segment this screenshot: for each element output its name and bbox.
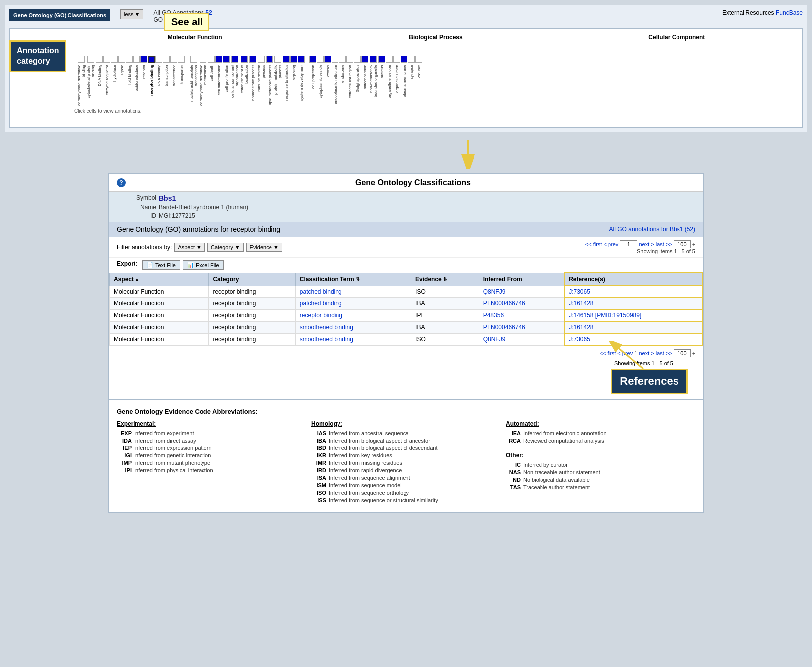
chart-col-synapse[interactable]: synapse	[408, 56, 415, 107]
nav-last[interactable]: last >>	[656, 241, 672, 247]
chart-col-homeostatic[interactable]: homeostatic process	[249, 56, 256, 107]
pmid-link[interactable]: [PMID:19150989]	[595, 312, 641, 319]
term-link[interactable]: smoothened binding	[300, 324, 353, 331]
chart-col-transcription[interactable]: transcription	[163, 56, 170, 107]
chart-col-dna[interactable]: DNA binding	[96, 56, 103, 107]
chart-col-establishment[interactable]: establishment of localization	[240, 56, 249, 107]
chart-col-cell-diff[interactable]: cell differentiation	[215, 56, 222, 107]
term-link[interactable]: patched binding	[300, 300, 342, 307]
chart-col-rna[interactable]: RNA binding	[155, 56, 162, 107]
chart-col-receptor-binding[interactable]: receptor binding	[148, 56, 155, 107]
th-classification-term[interactable]: Classification Term ⇅	[295, 273, 411, 286]
chart-col-oxidoreductase[interactable]: oxidoreductase	[133, 56, 140, 107]
automated-title: Automated:	[506, 420, 695, 427]
cell-references: J:146158 [PMID:19150989]	[564, 309, 702, 321]
chart-col-cell-proj[interactable]: cell projection	[309, 56, 316, 107]
id-label: ID	[117, 212, 156, 219]
chart-col-golgi[interactable]: Golgi apparatus	[354, 56, 361, 107]
chart-col-system-dev[interactable]: system development	[298, 56, 305, 107]
cell-term: receptor binding	[295, 309, 411, 321]
category-filter-btn[interactable]: Category ▼	[207, 243, 244, 252]
chart-col-cell-death[interactable]: cell death	[208, 56, 215, 107]
bottom-page-size[interactable]	[674, 349, 691, 357]
cell-aspect: Molecular Function	[110, 309, 209, 321]
chart-col-nucleus[interactable]: nucleus	[378, 56, 385, 107]
chart-col-receptor[interactable]: receptor	[140, 56, 147, 107]
cell-category: receptor binding	[209, 297, 295, 309]
chart-col-extracellular[interactable]: extracellular region	[346, 56, 353, 107]
chart-col-non-membrane[interactable]: non-membrane-bounded organelle	[369, 56, 378, 107]
th-aspect[interactable]: Aspect ▲	[110, 273, 209, 286]
filter-right: << first < prev next > last >> ÷ Showing…	[585, 240, 695, 254]
chart-col-er[interactable]: endoplasmic reticulum	[332, 56, 338, 107]
ref-link[interactable]: J:73065	[569, 336, 590, 343]
inferred-link[interactable]: P48356	[483, 312, 504, 319]
evidence-filter-btn[interactable]: Evidence ▼	[246, 243, 282, 252]
funcbase-link[interactable]: FuncBase	[776, 9, 803, 16]
chart-col-lipid-metab[interactable]: lipid metabolic process	[266, 56, 273, 107]
abbrev-cols: Experimental: EXP Inferred from experime…	[117, 420, 695, 505]
nav-first[interactable]: << first	[585, 241, 602, 247]
inferred-link[interactable]: Q8NFJ9	[483, 336, 506, 343]
export-text-btn[interactable]: 📄 Text File	[142, 260, 180, 270]
chart-col-protein-metab[interactable]: protein metabolic process	[273, 56, 282, 107]
ref-link[interactable]: J:146158	[569, 312, 593, 319]
bottom-nav-last[interactable]: last >>	[656, 350, 672, 356]
term-link[interactable]: receptor binding	[300, 312, 342, 319]
th-inferred-from[interactable]: Inferred From	[479, 273, 564, 286]
filter-bar: Filter annotations by: Aspect ▼ Category…	[109, 237, 703, 258]
chart-col-cyto-vesicle[interactable]: cytoplasmic vesicle	[317, 56, 324, 107]
chart-col-endosome[interactable]: endosome	[339, 56, 346, 107]
less-button[interactable]: less ▼	[120, 9, 143, 19]
ref-link[interactable]: J:73065	[569, 288, 590, 295]
term-link[interactable]: patched binding	[300, 288, 342, 295]
ref-link[interactable]: J:161428	[569, 300, 593, 307]
table-row: Molecular Function receptor binding patc…	[110, 297, 703, 309]
inferred-link[interactable]: Q8NFJ9	[483, 288, 506, 295]
chart-col-response[interactable]: response to stimulus	[283, 56, 290, 107]
chart-col-organelle-lumen[interactable]: organelle lumen	[393, 56, 400, 107]
term-link[interactable]: smoothened binding	[300, 336, 353, 343]
page-input[interactable]	[620, 240, 637, 248]
cell-term: patched binding	[295, 286, 411, 297]
cell-term: patched binding	[295, 297, 411, 309]
chart-col-hydrolase[interactable]: hydrolase	[111, 56, 118, 107]
nav-prev[interactable]: < prev	[603, 241, 618, 247]
chart-col-cytoskeletal[interactable]: cytoskeletal protein binding	[86, 56, 95, 107]
chart-col-signaling[interactable]: signaling	[290, 56, 297, 107]
mol-func-label: Molecular Function	[74, 34, 315, 41]
chart-col-mito[interactable]: mitochondrion	[361, 56, 368, 107]
cell-references: J:73065	[564, 286, 702, 297]
chart-col-immune[interactable]: immune system process	[257, 56, 266, 107]
aspect-filter-btn[interactable]: Aspect ▼	[174, 243, 205, 252]
chart-col-ligase[interactable]: ligase	[118, 56, 125, 107]
all-go-link[interactable]: All GO annotations for Bbs1 (52)	[609, 226, 695, 233]
chart-col-cell-prolif[interactable]: cell proliferation	[223, 56, 230, 107]
chart-col-enzyme[interactable]: enzyme regulator	[103, 56, 110, 107]
page-size-input[interactable]	[674, 240, 691, 248]
inferred-link[interactable]: PTN000466746	[483, 324, 525, 331]
chart-col-plasma[interactable]: plasma membrane	[401, 56, 407, 107]
chart-col-transferase[interactable]: transference	[170, 56, 177, 107]
ref-arrow-svg	[609, 341, 648, 371]
abbrev-igi: IGI Inferred from genetic interaction	[117, 452, 306, 458]
help-icon[interactable]: ?	[117, 178, 126, 187]
chart-col-cellular-comp[interactable]: cellular component organization	[230, 56, 239, 107]
inferred-link[interactable]: PTN000466746	[483, 300, 525, 307]
th-references[interactable]: Reference(s)	[564, 273, 702, 286]
abbrev-ida: IDA Inferred from direct assay	[117, 438, 306, 444]
chart-col-vacuole[interactable]: vacuole	[415, 56, 422, 107]
chart-col-lipid[interactable]: lipid binding	[126, 56, 133, 107]
export-excel-btn[interactable]: 📊 Excel File	[183, 260, 224, 270]
nav-next[interactable]: next >	[639, 241, 654, 247]
table-row: Molecular Function receptor binding rece…	[110, 309, 703, 321]
chart-col-carbohydrate[interactable]: carbohydrate derivative binding	[77, 56, 86, 107]
th-evidence[interactable]: Evidence ⇅	[411, 273, 479, 286]
chart-col-organelle-env[interactable]: organelle envelope	[386, 56, 393, 107]
ref-link[interactable]: J:161428	[569, 324, 593, 331]
th-category[interactable]: Category	[209, 273, 295, 286]
chart-col-carb-deriv[interactable]: carbohydrate derivative metabolism	[199, 56, 207, 107]
chart-col-nucleic[interactable]: nucleic acid-template transcription	[189, 56, 198, 107]
chart-col-cytosol[interactable]: cytosol	[324, 56, 331, 107]
chart-col-transporter[interactable]: transporter	[178, 56, 185, 107]
